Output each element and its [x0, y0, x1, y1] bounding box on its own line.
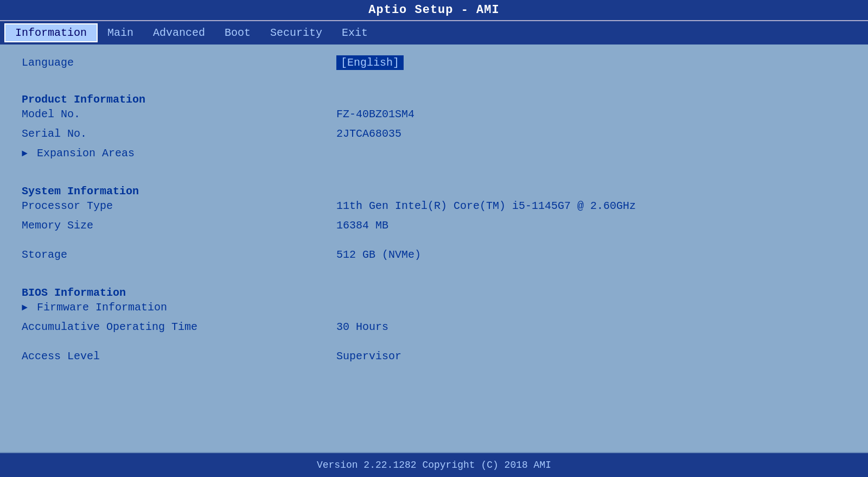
- memory-label: Memory Size: [22, 219, 336, 232]
- bios-section-header-row: BIOS Information: [22, 278, 846, 299]
- language-value[interactable]: [English]: [336, 55, 404, 70]
- menu-item-main[interactable]: Main: [98, 24, 143, 41]
- processor-value: 11th Gen Intel(R) Core(TM) i5-1145G7 @ 2…: [336, 200, 636, 212]
- menu-item-exit[interactable]: Exit: [332, 24, 378, 41]
- product-section-header-row: Product Information: [22, 85, 846, 106]
- expansion-row[interactable]: ► Expansion Areas: [22, 147, 846, 164]
- firmware-row[interactable]: ► Firmware Information: [22, 301, 846, 319]
- model-value: FZ-40BZ01SM4: [336, 108, 414, 120]
- accumulative-label: Accumulative Operating Time: [22, 321, 336, 333]
- storage-row: Storage 512 GB (NVMe): [22, 249, 846, 266]
- menu-item-advanced[interactable]: Advanced: [143, 24, 215, 41]
- memory-value: 16384 MB: [336, 219, 388, 232]
- access-row: Access Level Supervisor: [22, 350, 846, 367]
- content-area: Language [English] Product Information M…: [0, 44, 868, 452]
- processor-row: Processor Type 11th Gen Intel(R) Core(TM…: [22, 200, 846, 217]
- footer: Version 2.22.1282 Copyright (C) 2018 AMI: [0, 453, 868, 477]
- accumulative-row: Accumulative Operating Time 30 Hours: [22, 321, 846, 338]
- product-section-header: Product Information: [22, 93, 336, 106]
- title-bar: Aptio Setup - AMI: [0, 0, 868, 20]
- accumulative-value: 30 Hours: [336, 321, 388, 333]
- firmware-label[interactable]: Firmware Information: [37, 301, 352, 314]
- app-title: Aptio Setup - AMI: [368, 3, 499, 17]
- model-label: Model No.: [22, 108, 336, 120]
- serial-row: Serial No. 2JTCA68035: [22, 128, 846, 145]
- serial-value: 2JTCA68035: [336, 128, 401, 140]
- menu-item-boot[interactable]: Boot: [215, 24, 260, 41]
- menu-bar: Information Main Advanced Boot Security …: [0, 20, 868, 44]
- storage-value: 512 GB (NVMe): [336, 249, 421, 261]
- processor-label: Processor Type: [22, 200, 336, 212]
- access-value: Supervisor: [336, 350, 401, 362]
- language-row: Language [English]: [22, 55, 846, 73]
- bios-section-header: BIOS Information: [22, 287, 336, 299]
- access-label: Access Level: [22, 350, 336, 362]
- menu-item-information[interactable]: Information: [4, 23, 98, 42]
- memory-row: Memory Size 16384 MB: [22, 219, 846, 237]
- system-section-header: System Information: [22, 185, 336, 198]
- serial-label: Serial No.: [22, 128, 336, 140]
- language-label: Language: [22, 56, 336, 69]
- expansion-label[interactable]: Expansion Areas: [37, 147, 352, 160]
- footer-text: Version 2.22.1282 Copyright (C) 2018 AMI: [317, 460, 551, 470]
- firmware-arrow-icon: ►: [22, 302, 33, 313]
- expansion-arrow-icon: ►: [22, 148, 33, 159]
- system-section-header-row: System Information: [22, 176, 846, 198]
- storage-label: Storage: [22, 249, 336, 261]
- model-row: Model No. FZ-40BZ01SM4: [22, 108, 846, 125]
- menu-item-security[interactable]: Security: [260, 24, 332, 41]
